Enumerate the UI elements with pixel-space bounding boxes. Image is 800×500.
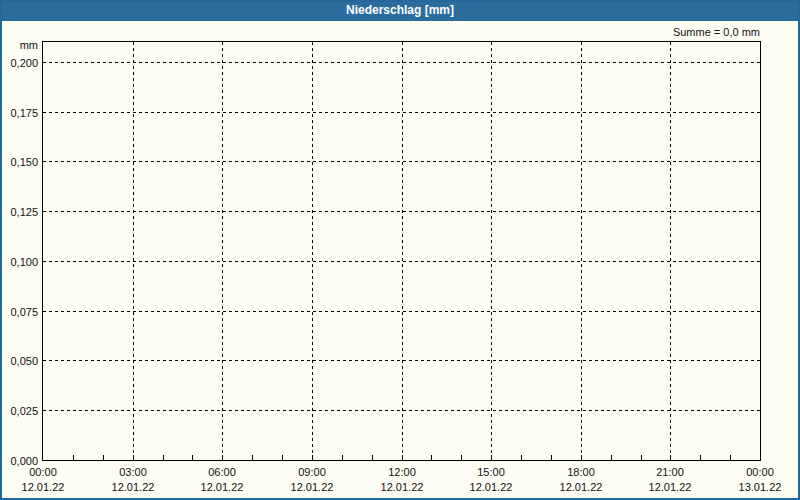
x-tick-time-label: 06:00 [182, 466, 262, 478]
plot-area [42, 41, 761, 461]
x-tick-date-label: 12.01.22 [93, 481, 173, 493]
x-tick-date-label: 12.01.22 [451, 481, 531, 493]
x-tick-time-label: 15:00 [451, 466, 531, 478]
y-axis-unit-label: mm [2, 39, 38, 51]
x-axis-tick [461, 455, 462, 460]
x-axis-tick [163, 455, 164, 460]
x-tick-date-label: 13.01.22 [720, 481, 800, 493]
v-gridline [581, 42, 582, 460]
x-axis-tick [282, 455, 283, 460]
x-axis-tick [641, 455, 642, 460]
x-tick-date-label: 12.01.22 [3, 481, 83, 493]
x-tick-date-label: 12.01.22 [362, 481, 442, 493]
x-tick-date-label: 12.01.22 [630, 481, 710, 493]
y-tick-label: 0,200 [2, 57, 38, 69]
x-tick-date-label: 12.01.22 [182, 481, 262, 493]
v-gridline [491, 42, 492, 460]
x-axis-tick [342, 455, 343, 460]
x-axis-tick [192, 455, 193, 460]
x-tick-date-label: 12.01.22 [541, 481, 621, 493]
y-tick-label: 0,025 [2, 405, 38, 417]
x-axis-tick [73, 455, 74, 460]
x-axis-tick [133, 455, 134, 460]
x-axis-tick [730, 455, 731, 460]
chart-title-bar: Niederschlag [mm] [0, 0, 800, 21]
y-tick-label: 0,050 [2, 355, 38, 367]
x-axis-tick [581, 455, 582, 460]
x-axis-tick [222, 455, 223, 460]
v-gridline [133, 42, 134, 460]
x-tick-time-label: 00:00 [3, 466, 83, 478]
x-axis-tick [431, 455, 432, 460]
x-axis-tick [491, 455, 492, 460]
y-tick-label: 0,075 [2, 306, 38, 318]
y-tick-label: 0,125 [2, 206, 38, 218]
x-axis-tick [611, 455, 612, 460]
x-tick-time-label: 12:00 [362, 466, 442, 478]
v-gridline [670, 42, 671, 460]
x-axis-tick [402, 455, 403, 460]
chart-window: Niederschlag [mm] Summe = 0,0 mm mm 0,00… [0, 0, 800, 500]
x-axis-tick [521, 455, 522, 460]
x-tick-date-label: 12.01.22 [272, 481, 352, 493]
x-tick-time-label: 21:00 [630, 466, 710, 478]
y-tick-label: 0,175 [2, 107, 38, 119]
x-axis-tick [670, 455, 671, 460]
x-tick-time-label: 09:00 [272, 466, 352, 478]
x-tick-time-label: 03:00 [93, 466, 173, 478]
x-axis-tick [551, 455, 552, 460]
x-axis-tick [252, 455, 253, 460]
v-gridline [402, 42, 403, 460]
y-tick-label: 0,100 [2, 256, 38, 268]
v-gridline [312, 42, 313, 460]
y-tick-label: 0,150 [2, 156, 38, 168]
chart-title: Niederschlag [mm] [346, 3, 454, 17]
x-axis-tick [700, 455, 701, 460]
x-tick-time-label: 00:00 [720, 466, 800, 478]
sum-label: Summe = 0,0 mm [462, 26, 760, 38]
x-axis-tick [103, 455, 104, 460]
v-gridline [222, 42, 223, 460]
x-axis-tick [312, 455, 313, 460]
x-axis-tick [372, 455, 373, 460]
x-tick-time-label: 18:00 [541, 466, 621, 478]
